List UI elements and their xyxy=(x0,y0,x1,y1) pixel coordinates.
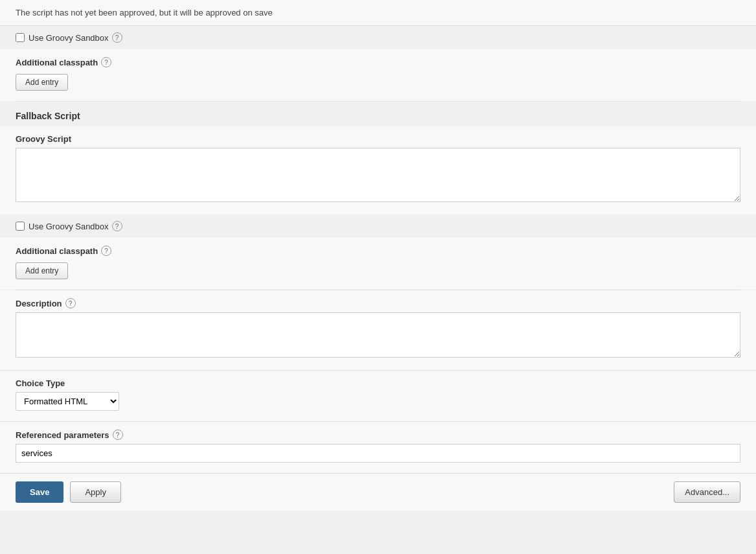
footer-left-buttons: Save Apply xyxy=(16,481,121,503)
save-button[interactable]: Save xyxy=(16,481,63,503)
advanced-button[interactable]: Advanced... xyxy=(674,481,740,503)
groovy-sandbox-1-help-icon[interactable]: ? xyxy=(112,32,122,43)
additional-classpath-1-help-icon[interactable]: ? xyxy=(101,57,111,67)
groovy-sandbox-2-checkbox[interactable] xyxy=(16,222,25,231)
choice-type-label: Choice Type xyxy=(16,378,740,388)
groovy-sandbox-2-row: Use Groovy Sandbox ? xyxy=(0,214,756,238)
referenced-params-input[interactable] xyxy=(16,444,740,463)
additional-classpath-1-label: Additional classpath ? xyxy=(16,57,740,67)
groovy-script-textarea[interactable] xyxy=(16,148,740,202)
additional-classpath-2-label: Additional classpath ? xyxy=(16,246,740,256)
referenced-params-label: Referenced parameters ? xyxy=(16,430,740,440)
description-help-icon[interactable]: ? xyxy=(65,298,76,308)
apply-button[interactable]: Apply xyxy=(70,481,121,503)
groovy-sandbox-1-row: Use Groovy Sandbox ? xyxy=(0,26,756,49)
description-label: Description ? xyxy=(16,298,740,308)
add-entry-1-button[interactable]: Add entry xyxy=(16,74,68,91)
groovy-sandbox-2-help-icon[interactable]: ? xyxy=(112,221,122,231)
groovy-script-label: Groovy Script xyxy=(16,134,740,144)
info-message: The script has not yet been approved, bu… xyxy=(16,8,273,17)
additional-classpath-2-section: Additional classpath ? Add entry xyxy=(0,238,756,290)
info-bar: The script has not yet been approved, bu… xyxy=(0,0,756,26)
additional-classpath-1-section: Additional classpath ? Add entry xyxy=(0,49,756,101)
groovy-script-section: Groovy Script xyxy=(0,126,756,214)
groovy-sandbox-1-label: Use Groovy Sandbox ? xyxy=(29,32,122,43)
referenced-parameters-section: Referenced parameters ? xyxy=(0,421,756,473)
page-container: The script has not yet been approved, bu… xyxy=(0,0,756,554)
description-section: Description ? xyxy=(0,290,756,370)
fallback-script-title: Fallback Script xyxy=(0,102,756,126)
add-entry-2-button[interactable]: Add entry xyxy=(16,262,68,279)
additional-classpath-2-help-icon[interactable]: ? xyxy=(101,246,111,256)
description-textarea[interactable] xyxy=(16,312,740,358)
footer-bar: Save Apply Advanced... xyxy=(0,473,756,511)
referenced-params-help-icon[interactable]: ? xyxy=(113,430,123,440)
choice-type-select[interactable]: Formatted HTML Radio Buttons Checkboxes … xyxy=(16,392,119,411)
choice-type-section: Choice Type Formatted HTML Radio Buttons… xyxy=(0,370,756,421)
groovy-sandbox-1-checkbox[interactable] xyxy=(16,33,25,42)
groovy-sandbox-2-label: Use Groovy Sandbox ? xyxy=(29,221,122,231)
